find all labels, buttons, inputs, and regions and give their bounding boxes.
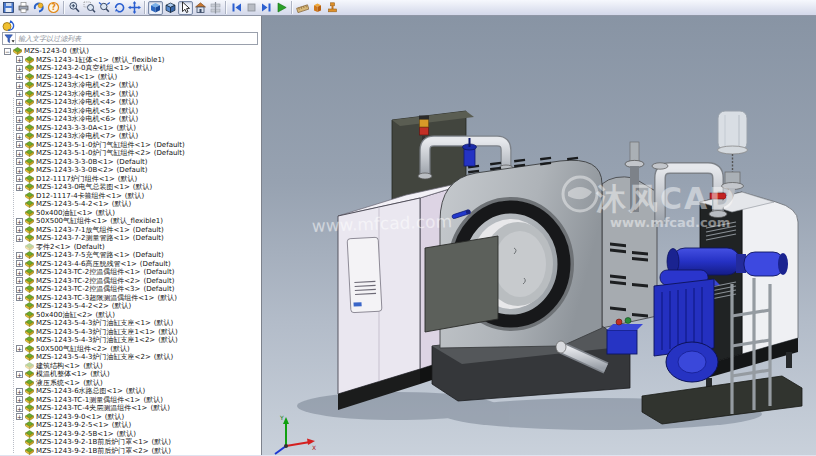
svg-text:?: ? bbox=[51, 3, 56, 12]
expand-toggle-icon[interactable]: + bbox=[16, 116, 23, 123]
tree-item[interactable]: +MZS-1243-3-3-0B<1>(Default) bbox=[0, 158, 261, 167]
expand-toggle-icon[interactable]: + bbox=[16, 294, 23, 301]
zoom-to-fit-icon[interactable] bbox=[97, 1, 112, 15]
component-icon bbox=[25, 421, 34, 429]
print-icon[interactable] bbox=[16, 1, 31, 15]
component-icon bbox=[25, 345, 34, 353]
component-icon bbox=[25, 243, 34, 251]
expand-toggle-icon[interactable]: + bbox=[16, 226, 23, 233]
tree-item[interactable]: +MZS-1243-5-1-0炉门气缸组件<2>(Default) bbox=[0, 149, 261, 158]
expand-toggle-icon[interactable]: + bbox=[16, 158, 23, 165]
expand-toggle-icon[interactable]: + bbox=[16, 133, 23, 140]
expand-toggle-icon[interactable]: + bbox=[16, 277, 23, 284]
component-icon bbox=[25, 166, 34, 174]
component-icon bbox=[25, 413, 34, 421]
measure-icon[interactable] bbox=[295, 1, 310, 15]
expand-toggle-icon[interactable]: + bbox=[16, 252, 23, 259]
component-icon bbox=[25, 430, 34, 438]
component-config: (Default) bbox=[143, 277, 174, 285]
expand-toggle-icon[interactable]: + bbox=[16, 107, 23, 114]
expand-toggle-icon[interactable]: + bbox=[16, 286, 23, 293]
skip-to-end-icon[interactable] bbox=[259, 1, 274, 15]
expand-toggle-icon[interactable]: + bbox=[16, 82, 23, 89]
expand-toggle-icon[interactable]: + bbox=[16, 65, 23, 72]
component-icon bbox=[25, 124, 34, 132]
expand-toggle-icon[interactable]: + bbox=[16, 73, 23, 80]
zoom-to-area-icon[interactable] bbox=[82, 1, 97, 15]
component-label: MZS-1243-9-2-1B前后炉门罩<2> bbox=[36, 446, 149, 455]
shaded-view-icon[interactable] bbox=[148, 1, 163, 15]
rotary-vane-pump bbox=[654, 270, 720, 382]
tree-item[interactable]: +MZS-1243-TC-4夹层测温组件<1>(默认) bbox=[0, 404, 261, 413]
component-icon bbox=[25, 175, 34, 183]
expand-toggle-icon[interactable]: + bbox=[16, 345, 23, 352]
expand-toggle-icon[interactable]: + bbox=[16, 260, 23, 267]
component-icon bbox=[25, 209, 34, 217]
expand-toggle-icon[interactable]: + bbox=[16, 150, 23, 157]
toolbar-separator bbox=[144, 1, 146, 14]
expand-toggle-icon[interactable]: + bbox=[16, 167, 23, 174]
toolbar-separator bbox=[63, 1, 65, 14]
component-icon bbox=[25, 226, 34, 234]
component-icon bbox=[25, 217, 34, 225]
component-icon bbox=[25, 396, 34, 404]
expand-toggle-icon[interactable]: + bbox=[16, 413, 23, 420]
view-orientation-icon[interactable] bbox=[193, 1, 208, 15]
expand-toggle-icon[interactable]: + bbox=[16, 56, 23, 63]
save-icon[interactable] bbox=[1, 1, 16, 15]
mass-properties-icon[interactable] bbox=[310, 1, 325, 15]
select-icon[interactable] bbox=[178, 1, 193, 15]
expand-toggle-icon[interactable]: + bbox=[16, 235, 23, 242]
tree-filter-input[interactable] bbox=[16, 34, 257, 44]
stop-icon[interactable] bbox=[244, 1, 259, 15]
play-icon[interactable] bbox=[274, 1, 289, 15]
expand-toggle-icon[interactable]: + bbox=[16, 218, 23, 225]
viewport-3d[interactable]: www.mfcad.com 沐风CAD www.mfcad.com bbox=[262, 16, 816, 455]
component-icon bbox=[25, 141, 34, 149]
help-icon[interactable]: ? bbox=[46, 1, 61, 15]
section-view-icon[interactable] bbox=[208, 1, 223, 15]
shaded-with-edges-icon[interactable] bbox=[163, 1, 178, 15]
expand-toggle-icon[interactable]: − bbox=[4, 48, 11, 55]
publish-edrawings-icon[interactable] bbox=[31, 1, 46, 15]
expand-toggle-icon[interactable]: + bbox=[16, 184, 23, 191]
expand-toggle-icon[interactable]: + bbox=[16, 90, 23, 97]
zoom-in-out-icon[interactable] bbox=[67, 1, 82, 15]
toolbar-separator bbox=[291, 1, 293, 14]
expand-toggle-icon[interactable]: + bbox=[16, 175, 23, 182]
tree-item[interactable]: MZS-1243-9-2-1B前后炉门罩<2>(默认) bbox=[0, 447, 261, 456]
expand-toggle-icon[interactable]: + bbox=[16, 99, 23, 106]
tree-filter bbox=[2, 32, 258, 45]
stamp-icon[interactable] bbox=[325, 1, 340, 15]
expand-toggle-icon[interactable]: + bbox=[16, 396, 23, 403]
rotate-view-icon[interactable] bbox=[112, 1, 127, 15]
watermark-title: 沐风CAD bbox=[595, 181, 736, 216]
triad-x-label: X bbox=[312, 444, 316, 451]
expand-toggle-icon[interactable]: + bbox=[16, 405, 23, 412]
filter-funnel-icon[interactable] bbox=[3, 33, 16, 44]
solidworks-window: { "toolbar": { "icons": [ {"name":"save"… bbox=[0, 0, 816, 456]
feature-tree: −MZS-1243-0(默认)+MZS-1243-1缸体<1>(默认_flexi… bbox=[0, 46, 261, 455]
component-config: (默认) bbox=[152, 446, 171, 455]
expand-toggle-icon[interactable]: + bbox=[16, 141, 23, 148]
component-config: (Default) bbox=[143, 268, 174, 276]
pan-icon[interactable] bbox=[127, 1, 142, 15]
watermark-url-center: www.mfcad.com bbox=[610, 215, 730, 230]
main-toolbar: ? bbox=[0, 0, 816, 16]
component-icon bbox=[25, 379, 34, 387]
expand-toggle-icon[interactable]: + bbox=[16, 269, 23, 276]
expand-toggle-icon[interactable]: + bbox=[16, 388, 23, 395]
expand-toggle-icon[interactable]: + bbox=[16, 371, 23, 378]
component-label: MZS-1243-9-2-5<1> bbox=[36, 421, 109, 429]
component-icon bbox=[25, 277, 34, 285]
component-icon bbox=[25, 192, 34, 200]
component-config: (Default) bbox=[154, 141, 185, 149]
tree-item[interactable]: +MZS-1243-2-0真空机组<1>(默认) bbox=[0, 64, 261, 73]
component-icon bbox=[25, 438, 34, 446]
component-icon bbox=[25, 353, 34, 361]
component-icon bbox=[25, 319, 34, 327]
skip-to-start-icon[interactable] bbox=[229, 1, 244, 15]
design-binder-icon[interactable] bbox=[2, 17, 16, 31]
component-config: (Default) bbox=[133, 234, 164, 242]
expand-toggle-icon[interactable]: + bbox=[16, 124, 23, 131]
